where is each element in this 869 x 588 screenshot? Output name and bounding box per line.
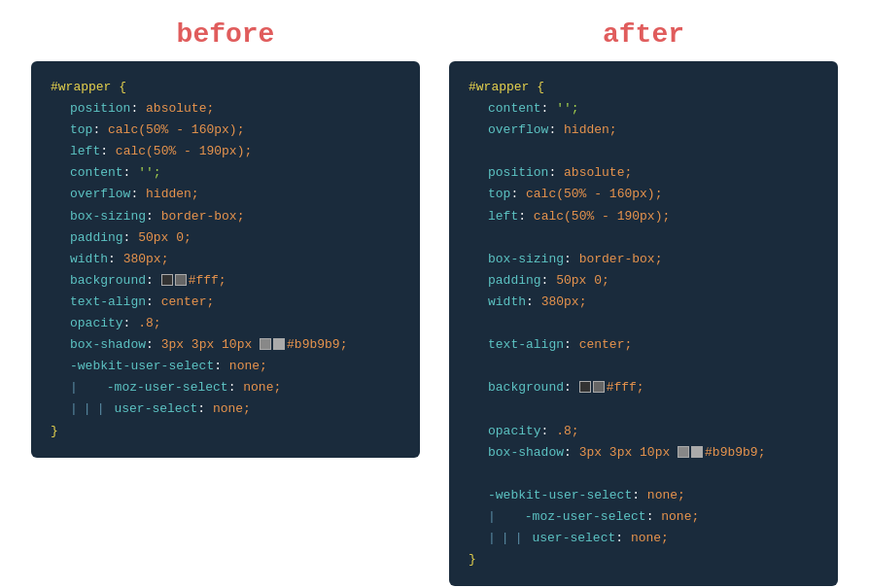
after-swatch-shadow1 (678, 446, 689, 458)
after-line-position: position: absolute; (469, 162, 818, 184)
line-position: position: absolute; (51, 98, 400, 120)
swatch-shadow1 (260, 338, 271, 350)
after-swatch-shadow2 (691, 446, 703, 458)
line-background: background: #fff; (51, 270, 400, 292)
after-line-box-sizing: box-sizing: border-box; (469, 249, 818, 270)
line-box-sizing: box-sizing: border-box; (51, 206, 400, 227)
after-line-webkit: -webkit-user-select: none; (469, 485, 818, 506)
line-closing: } (51, 421, 400, 442)
line-overflow: overflow: hidden; (51, 184, 400, 205)
line-content: content: ''; (51, 162, 400, 184)
before-column: before #wrapper { position: absolute; to… (31, 19, 420, 586)
after-empty-2 (469, 227, 818, 249)
after-line-left: left: calc(50% - 190px); (469, 206, 818, 227)
after-line-user-select: ||| user-select: none; (469, 528, 818, 549)
line-opacity: opacity: .8; (51, 313, 400, 334)
swatch-mid (175, 274, 187, 286)
line-top: top: calc(50% - 160px); (51, 120, 400, 141)
after-title: after (603, 19, 684, 50)
after-empty-1 (469, 141, 818, 162)
after-swatch-mid (593, 381, 605, 393)
after-line-text-align: text-align: center; (469, 334, 818, 356)
after-line-selector: #wrapper { (469, 77, 818, 98)
swatch-dark (161, 274, 173, 286)
line-padding: padding: 50px 0; (51, 227, 400, 249)
line-webkit-user-select: -webkit-user-select: none; (51, 356, 400, 377)
after-empty-3 (469, 313, 818, 334)
after-line-top: top: calc(50% - 160px); (469, 184, 818, 205)
line-selector: #wrapper { (51, 77, 400, 98)
after-line-padding: padding: 50px 0; (469, 270, 818, 292)
after-column: after #wrapper { content: ''; overflow: … (449, 19, 838, 586)
prop-key: position (70, 98, 130, 120)
after-empty-6 (469, 464, 818, 485)
after-line-overflow: overflow: hidden; (469, 120, 818, 141)
after-empty-5 (469, 398, 818, 420)
after-line-moz: |-moz-user-select: none; (469, 506, 818, 528)
prop-val: absolute; (146, 98, 214, 120)
after-line-width: width: 380px; (469, 292, 818, 313)
line-moz-user-select: |-moz-user-select: none; (51, 377, 400, 398)
main-layout: before #wrapper { position: absolute; to… (19, 19, 850, 586)
after-line-box-shadow: box-shadow: 3px 3px 10px #b9b9b9; (469, 442, 818, 464)
line-box-shadow: box-shadow: 3px 3px 10px #b9b9b9; (51, 334, 400, 356)
after-line-content: content: ''; (469, 98, 818, 120)
before-code-box: #wrapper { position: absolute; top: calc… (31, 61, 420, 458)
line-text-align: text-align: center; (51, 292, 400, 313)
after-line-opacity: opacity: .8; (469, 421, 818, 442)
after-empty-4 (469, 356, 818, 377)
line-user-select: ||| user-select: none; (51, 398, 400, 420)
after-line-background: background: #fff; (469, 377, 818, 398)
before-title: before (177, 19, 275, 50)
after-line-closing: } (469, 549, 818, 571)
after-code-box: #wrapper { content: ''; overflow: hidden… (449, 61, 838, 586)
selector-text: #wrapper { (51, 77, 126, 98)
line-left: left: calc(50% - 190px); (51, 141, 400, 162)
after-swatch-dark (579, 381, 591, 393)
swatch-shadow2 (273, 338, 285, 350)
line-width: width: 380px; (51, 249, 400, 270)
